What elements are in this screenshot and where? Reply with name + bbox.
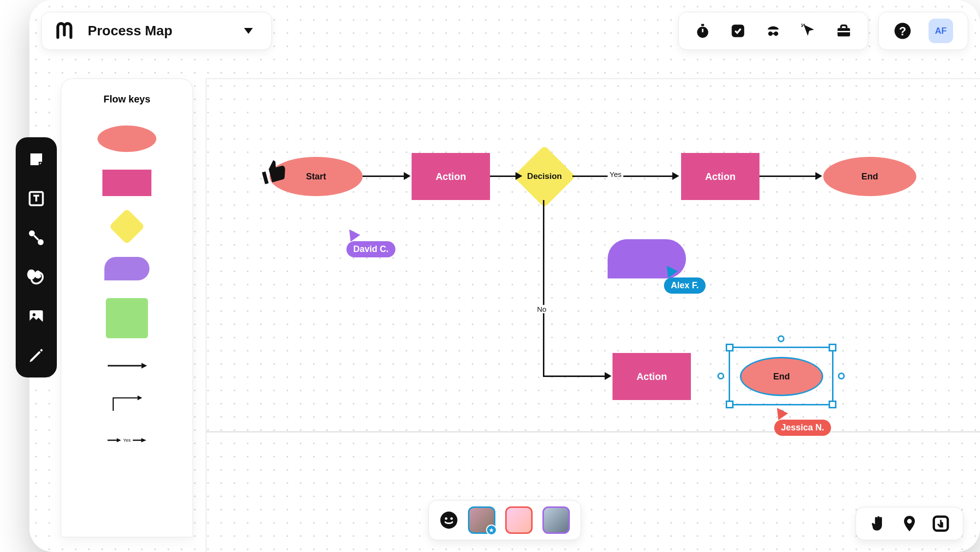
edge-action-decision[interactable] <box>490 176 516 177</box>
help-user-cluster: ? AF <box>878 12 968 50</box>
emoji-icon[interactable] <box>440 511 458 529</box>
cursor-label: David C. <box>346 241 395 257</box>
node-action-1[interactable]: Action <box>412 153 490 200</box>
help-icon[interactable]: ? <box>893 22 912 40</box>
node-label: Decision <box>527 172 562 181</box>
svg-point-20 <box>38 239 44 245</box>
top-right: ? AF <box>678 12 968 50</box>
cursor-label: Jessica N. <box>774 420 831 436</box>
svg-rect-6 <box>837 31 850 32</box>
star-badge-icon: ★ <box>486 525 497 535</box>
participant-1[interactable]: ★ <box>468 506 495 534</box>
svg-rect-1 <box>701 24 704 26</box>
edge-label-no: No <box>535 305 548 313</box>
svg-rect-5 <box>837 28 850 36</box>
cursor-alex: Alex F. <box>664 265 706 294</box>
edge-label-yes: Yes <box>608 170 623 178</box>
cursor-icon[interactable] <box>799 22 818 40</box>
top-bar: Process Map ? AF <box>41 12 968 50</box>
node-label: Action <box>637 371 667 382</box>
node-label: End <box>773 372 790 382</box>
arrowhead-icon <box>404 172 411 180</box>
chevron-down-icon <box>244 28 253 34</box>
node-label: Action <box>436 171 466 182</box>
edge-start-action[interactable] <box>363 176 405 177</box>
key-box[interactable] <box>106 298 148 338</box>
svg-point-13 <box>441 512 458 529</box>
pencil-icon[interactable] <box>26 345 47 366</box>
edge-decision-no-v[interactable] <box>543 200 544 376</box>
node-action-2[interactable]: Action <box>681 153 760 200</box>
cursor-david: David C. <box>346 228 395 257</box>
key-rounded[interactable] <box>104 257 149 280</box>
user-initials: AF <box>935 26 947 36</box>
svg-point-16 <box>907 519 912 524</box>
participant-2[interactable] <box>505 506 533 534</box>
svg-text:Yes: Yes <box>123 437 131 443</box>
key-diamond[interactable] <box>114 214 140 239</box>
tool-rail <box>16 137 57 377</box>
node-label: Action <box>705 171 735 182</box>
logo-icon <box>55 21 75 41</box>
edge-decision-no-h[interactable] <box>543 376 606 377</box>
map-pin-icon[interactable] <box>900 514 919 533</box>
view-controls <box>856 507 963 540</box>
flow-keys-panel: Flow keys Yes <box>61 78 193 537</box>
sticky-note-icon[interactable] <box>26 149 47 170</box>
svg-point-3 <box>768 31 773 36</box>
arrowhead-icon <box>815 172 822 180</box>
panel-title: Flow keys <box>103 94 150 105</box>
shape-icon[interactable] <box>26 267 47 287</box>
participant-3[interactable] <box>542 506 570 534</box>
incognito-icon[interactable] <box>764 22 783 40</box>
key-rectangle[interactable] <box>102 170 151 196</box>
node-end[interactable]: End <box>823 157 916 196</box>
cursor-jessica: Jessica N. <box>774 407 831 436</box>
svg-point-19 <box>29 230 35 236</box>
node-label: Start <box>306 172 326 182</box>
svg-point-22 <box>33 313 36 316</box>
edge-action2-end[interactable] <box>760 176 816 177</box>
svg-point-4 <box>774 31 778 36</box>
board-title-dropdown[interactable]: Process Map <box>41 12 272 50</box>
participant-bar: ★ <box>428 500 581 540</box>
arrowhead-icon <box>515 172 522 180</box>
svg-point-14 <box>445 517 447 520</box>
node-end-2[interactable]: End <box>740 357 823 396</box>
vote-icon[interactable] <box>729 22 747 40</box>
app-frame: Process Map ? AF Flow keys <box>29 0 980 552</box>
text-tool-icon[interactable] <box>26 188 47 209</box>
key-arrow-elbow[interactable] <box>106 393 148 413</box>
connector-icon[interactable] <box>26 227 47 248</box>
svg-point-15 <box>450 517 453 520</box>
image-icon[interactable] <box>26 306 47 326</box>
toolbox-icon[interactable] <box>834 22 853 40</box>
key-arrow-straight[interactable] <box>106 356 148 376</box>
timer-icon[interactable] <box>693 22 712 40</box>
user-avatar[interactable]: AF <box>929 19 953 43</box>
touch-icon[interactable] <box>931 514 950 533</box>
canvas[interactable] <box>206 78 980 552</box>
key-ellipse[interactable] <box>98 125 156 152</box>
arrowhead-icon <box>605 372 612 380</box>
horizontal-guide <box>206 431 980 432</box>
node-label: End <box>861 172 878 182</box>
top-tool-cluster <box>678 12 868 50</box>
key-arrow-labeled[interactable]: Yes <box>106 430 148 450</box>
arrowhead-icon <box>672 172 679 180</box>
cursor-label: Alex F. <box>664 277 706 294</box>
hand-icon[interactable] <box>869 514 887 533</box>
svg-text:?: ? <box>899 25 906 38</box>
node-action-3[interactable]: Action <box>612 353 691 400</box>
board-title: Process Map <box>88 23 172 39</box>
